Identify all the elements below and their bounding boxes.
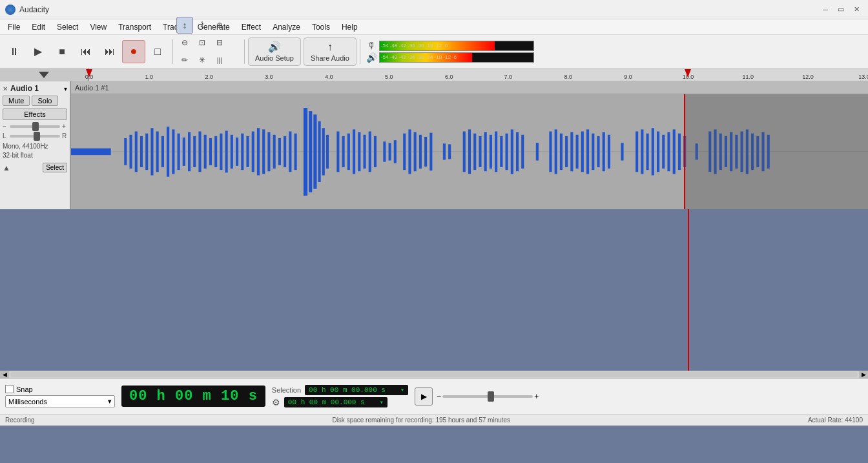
speed-min-icon: − — [437, 392, 441, 401]
pause-button[interactable]: ⏸ — [3, 40, 26, 63]
waveform-display[interactable]: 1.0 0.5 0.0 -0.5 -1.0 — [71, 94, 868, 209]
svg-rect-80 — [570, 132, 573, 172]
record-meter-bar[interactable]: -54 -48 -42 -36 -30 -18 -12 -6 — [379, 41, 534, 51]
svg-rect-20 — [204, 135, 207, 169]
solo-button[interactable]: Solo — [32, 96, 57, 106]
gain-min-label: − — [3, 123, 8, 130]
svg-rect-102 — [719, 134, 722, 170]
waveform-svg-container[interactable] — [71, 94, 868, 209]
selection-label: Selection — [272, 386, 301, 394]
snap-row: Snap — [5, 385, 115, 393]
pan-slider[interactable] — [10, 135, 60, 138]
envelope-tool-button[interactable]: ⌇ — [194, 17, 211, 34]
play-button[interactable]: ▶ — [26, 40, 50, 63]
gain-thumb[interactable] — [32, 122, 39, 131]
track-menu-button[interactable]: ▾ — [64, 85, 67, 92]
svg-rect-94 — [662, 135, 665, 169]
vu-meters: 🎙 -54 -48 -42 -36 -30 -18 -12 -6 🔊 -54 -… — [366, 41, 534, 63]
menu-file[interactable]: File — [3, 21, 25, 33]
track-close-button[interactable]: ✕ — [3, 85, 8, 92]
scroll-track[interactable] — [10, 372, 858, 377]
speed-slider[interactable] — [442, 395, 533, 398]
svg-rect-76 — [549, 132, 552, 172]
svg-rect-97 — [678, 134, 681, 170]
share-audio-button[interactable]: ↑ Share Audio — [304, 37, 356, 66]
zoom-sel-button[interactable]: ⊟ — [211, 34, 228, 51]
svg-rect-9 — [145, 134, 148, 170]
menu-transport[interactable]: Transport — [113, 21, 156, 33]
svg-rect-47 — [353, 129, 355, 174]
svg-rect-105 — [735, 135, 738, 169]
svg-rect-8 — [140, 136, 143, 167]
svg-rect-27 — [241, 134, 243, 170]
pan-left-label: L — [3, 132, 8, 139]
record-button[interactable]: ● — [122, 40, 145, 63]
bottom-status-left: Recording — [5, 417, 35, 424]
svg-rect-33 — [273, 135, 276, 169]
gain-row: − + — [3, 123, 67, 130]
svg-rect-71 — [506, 134, 508, 170]
menu-select[interactable]: Select — [52, 21, 83, 33]
horizontal-scrollbar: ◀ ▶ — [0, 371, 868, 378]
svg-rect-95 — [667, 132, 670, 172]
select-button[interactable]: Select — [43, 163, 67, 172]
svg-marker-1 — [685, 69, 691, 77]
selection-time-2[interactable]: 00 h 00 m 00.000 s ▾ — [284, 397, 388, 407]
svg-rect-104 — [730, 132, 732, 172]
ruler-numbers[interactable]: 0.0 1.0 2.0 3.0 4.0 5.0 6.0 7.0 8.0 9.0 … — [89, 68, 868, 81]
menu-view[interactable]: View — [85, 21, 112, 33]
multi-tool-button[interactable]: ✳ — [194, 52, 211, 68]
play-meter-bar[interactable]: -54 -48 -42 -36 -30 -24 -18 -12 -6 — [379, 52, 534, 63]
svg-rect-26 — [236, 138, 238, 166]
maximize-button[interactable]: ▭ — [834, 3, 847, 16]
menu-help[interactable]: Help — [336, 21, 363, 33]
settings-icon[interactable]: ⚙ — [272, 397, 280, 407]
scroll-left-button[interactable]: ◀ — [0, 371, 9, 378]
minimize-button[interactable]: ─ — [819, 3, 832, 16]
svg-rect-73 — [516, 132, 519, 172]
stop-button[interactable]: ■ — [50, 40, 74, 63]
ruler-tick: 2.0 — [205, 74, 213, 80]
skip-forward-button[interactable]: ⏭ — [98, 40, 121, 63]
menu-analyze[interactable]: Analyze — [267, 21, 305, 33]
close-button[interactable]: ✕ — [850, 3, 863, 16]
svg-rect-60 — [429, 133, 432, 171]
snap-unit-dropdown[interactable]: Milliseconds ▾ — [5, 395, 115, 407]
toolbar-sep-1 — [172, 39, 173, 64]
time-display: 00 h 00 m 10 s — [121, 386, 265, 407]
selection-time-1[interactable]: 00 h 00 m 00.000 s ▾ — [305, 385, 408, 395]
ruler-tick: 5.0 — [385, 74, 393, 80]
svg-rect-23 — [220, 134, 222, 170]
svg-rect-59 — [424, 137, 427, 167]
svg-rect-100 — [708, 132, 711, 172]
record-meter-icon[interactable]: 🎙 — [366, 41, 378, 51]
record-meter-row: 🎙 -54 -48 -42 -36 -30 -18 -12 -6 — [366, 41, 534, 51]
ruler-tick: 1.0 — [145, 74, 154, 80]
select-tool-button[interactable]: ↕ — [176, 17, 193, 34]
pan-thumb[interactable] — [34, 132, 40, 141]
snap-checkbox[interactable] — [5, 385, 14, 393]
collapse-button[interactable]: ▲ — [3, 163, 10, 172]
mute-button[interactable]: Mute — [3, 96, 30, 106]
zoom-fit-button[interactable]: ⊡ — [194, 34, 211, 51]
draw-tool-button[interactable]: ✏ — [176, 52, 193, 68]
waveform-container[interactable]: Audio 1 #1 1.0 0.5 0.0 -0.5 -1.0 — [71, 81, 868, 209]
ruler-tick: 11.0 — [743, 74, 754, 80]
menu-edit[interactable]: Edit — [26, 21, 50, 33]
svg-rect-69 — [495, 132, 497, 172]
skip-back-button[interactable]: ⏮ — [74, 40, 98, 63]
scroll-right-button[interactable]: ▶ — [859, 371, 868, 378]
effects-button[interactable]: Effects — [3, 108, 67, 120]
svg-rect-24 — [225, 130, 228, 172]
zoom-out-button[interactable]: ⊖ — [176, 34, 193, 51]
stop-record-button[interactable]: □ — [146, 40, 169, 63]
play-meter-icon[interactable]: 🔊 — [366, 52, 378, 63]
menu-tools[interactable]: Tools — [307, 21, 335, 33]
speed-thumb[interactable] — [488, 391, 494, 402]
zoom-in-button[interactable]: ⊕ — [211, 17, 228, 34]
silence-tool-button[interactable]: ||| — [211, 52, 228, 68]
play-small-button[interactable]: ▶ — [415, 387, 433, 406]
gain-slider[interactable] — [10, 125, 60, 128]
svg-rect-42 — [322, 128, 325, 175]
audio-setup-button[interactable]: 🔊 Audio Setup — [248, 37, 301, 66]
